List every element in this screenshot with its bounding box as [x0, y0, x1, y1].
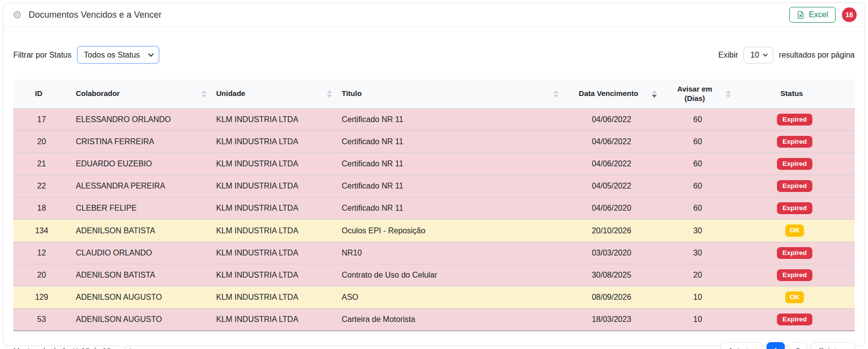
card-body: Filtrar por Status Todos os Status Exibi…: [3, 46, 865, 349]
cell-colaborador: EDUARDO EUZEBIO: [70, 153, 210, 175]
page-size-group: Exibir 10 resultados por página: [718, 47, 855, 63]
cell-status: Expired: [735, 108, 855, 130]
page-button-1[interactable]: 1: [767, 342, 785, 349]
cell-status: Expired: [735, 309, 855, 331]
cell-id: 134: [13, 220, 70, 242]
status-filter-group: Filtrar por Status Todos os Status: [13, 46, 160, 64]
cell-titulo: Carteira de Motorista: [336, 309, 562, 331]
cell-data-vencimento: 08/09/2026: [562, 286, 661, 309]
cell-titulo: Certificado NR 11: [336, 175, 562, 197]
cell-data-vencimento: 04/06/2020: [562, 197, 661, 220]
table-row: 53ADENILSON AUGUSTOKLM INDUSTRIA LTDACar…: [13, 309, 855, 331]
table-controls: Filtrar por Status Todos os Status Exibi…: [13, 46, 855, 64]
cell-avisar-em: 60: [661, 130, 735, 153]
status-badge: Expired: [777, 247, 812, 259]
cell-unidade: KLM INDUSTRIA LTDA: [210, 108, 336, 130]
column-label: Status: [780, 89, 803, 97]
status-badge: Expired: [777, 202, 812, 214]
page-button-2[interactable]: 2: [789, 342, 807, 349]
column-header-data-vencimento[interactable]: Data Vencimento: [562, 80, 661, 108]
cell-avisar-em: 20: [661, 264, 735, 286]
cell-unidade: KLM INDUSTRIA LTDA: [210, 153, 336, 175]
cell-id: 17: [13, 108, 70, 130]
page-size-select[interactable]: 10: [743, 47, 773, 63]
cell-avisar-em: 60: [661, 197, 735, 220]
status-filter-label: Filtrar por Status: [13, 51, 71, 60]
cell-avisar-em: 60: [661, 175, 735, 197]
cell-titulo: Contrato de Uso do Celular: [336, 264, 562, 286]
table-row: 134ADENILSON BATISTAKLM INDUSTRIA LTDAOc…: [13, 220, 855, 242]
cell-avisar-em: 30: [661, 242, 735, 264]
status-filter-wrap: Todos os Status: [77, 46, 160, 64]
table-body: 17ELESSANDRO ORLANDOKLM INDUSTRIA LTDACe…: [13, 108, 855, 331]
cell-status: OK: [735, 220, 855, 242]
cell-data-vencimento: 20/10/2026: [562, 220, 661, 242]
record-count-badge: 16: [842, 7, 857, 22]
results-summary: Mostrando de 1 até 10 de 16 registros: [13, 346, 142, 349]
column-header-id: ID: [13, 80, 70, 108]
cell-colaborador: ADENILSON BATISTA: [70, 220, 210, 242]
status-badge: Expired: [777, 114, 812, 126]
status-filter-select[interactable]: Todos os Status: [77, 46, 160, 64]
table-footer: Mostrando de 1 até 10 de 16 registros An…: [13, 342, 855, 349]
previous-page-button[interactable]: Anterior: [720, 342, 763, 349]
status-badge: Expired: [777, 314, 812, 325]
column-header-status: Status: [735, 80, 855, 108]
cell-data-vencimento: 04/06/2022: [562, 130, 661, 153]
table-row: 12CLAUDIO ORLANDOKLM INDUSTRIA LTDANR100…: [13, 242, 855, 264]
page-size-suffix-label: resultados por página: [779, 51, 855, 60]
sort-arrows-icon: [726, 90, 731, 97]
sort-arrows-icon: [201, 90, 206, 97]
cell-titulo: Certificado NR 11: [336, 108, 562, 130]
card-header-right: Excel 16: [789, 7, 857, 23]
table-head: IDColaboradorUnidadeTituloData Venciment…: [13, 80, 855, 108]
cell-unidade: KLM INDUSTRIA LTDA: [210, 197, 336, 220]
cell-id: 53: [13, 309, 70, 331]
cell-unidade: KLM INDUSTRIA LTDA: [210, 264, 336, 286]
cell-id: 129: [13, 286, 70, 309]
cell-unidade: KLM INDUSTRIA LTDA: [210, 286, 336, 309]
cell-unidade: KLM INDUSTRIA LTDA: [210, 130, 336, 153]
cell-colaborador: ADENILSON AUGUSTO: [70, 309, 210, 331]
column-label: Data Vencimento: [579, 89, 639, 97]
card-header-left: Documentos Vencidos e a Vencer: [12, 10, 161, 20]
cell-unidade: KLM INDUSTRIA LTDA: [210, 309, 336, 331]
excel-export-button[interactable]: Excel: [789, 7, 836, 23]
page-size-prefix-label: Exibir: [718, 51, 738, 60]
table-row: 20CRISTINA FERREIRAKLM INDUSTRIA LTDACer…: [13, 130, 855, 153]
cell-id: 20: [13, 130, 70, 153]
column-label: Unidade: [216, 89, 245, 97]
cell-colaborador: ADENILSON AUGUSTO: [70, 286, 210, 309]
cell-avisar-em: 10: [661, 309, 735, 331]
sort-arrows-icon: [553, 90, 558, 97]
cell-status: OK: [735, 286, 855, 309]
column-header-avisar-em-dias[interactable]: Avisar em (Dias): [661, 80, 735, 108]
cell-unidade: KLM INDUSTRIA LTDA: [210, 242, 336, 264]
column-header-titulo[interactable]: Titulo: [336, 80, 562, 108]
gear-icon[interactable]: [12, 10, 22, 20]
column-header-unidade[interactable]: Unidade: [210, 80, 336, 108]
cell-avisar-em: 60: [661, 153, 735, 175]
cell-data-vencimento: 03/03/2020: [562, 242, 661, 264]
cell-titulo: Certificado NR 11: [336, 197, 562, 220]
excel-button-label: Excel: [809, 10, 828, 19]
next-page-button[interactable]: Próximo: [811, 342, 855, 349]
card-header: Documentos Vencidos e a Vencer Excel 16: [3, 3, 865, 27]
cell-status: Expired: [735, 264, 855, 286]
sort-arrows-icon: [327, 90, 332, 97]
cell-data-vencimento: 04/06/2022: [562, 108, 661, 130]
excel-file-icon: [797, 11, 804, 19]
table-row: 20ADENILSON BATISTAKLM INDUSTRIA LTDACon…: [13, 264, 855, 286]
documents-card: Documentos Vencidos e a Vencer Excel 16 …: [3, 2, 865, 346]
page-size-wrap: 10: [743, 47, 773, 63]
column-label: ID: [35, 89, 42, 97]
pagination: Anterior 1 2 Próximo: [720, 342, 855, 349]
table-header-row: IDColaboradorUnidadeTituloData Venciment…: [13, 80, 855, 108]
cell-avisar-em: 10: [661, 286, 735, 309]
cell-data-vencimento: 18/03/2023: [562, 309, 661, 331]
cell-status: Expired: [735, 175, 855, 197]
column-label: Colaborador: [76, 89, 120, 97]
table-row: 18CLEBER FELIPEKLM INDUSTRIA LTDACertifi…: [13, 197, 855, 220]
column-header-colaborador[interactable]: Colaborador: [70, 80, 210, 108]
cell-colaborador: ALESSANDRA PEREIRA: [70, 175, 210, 197]
